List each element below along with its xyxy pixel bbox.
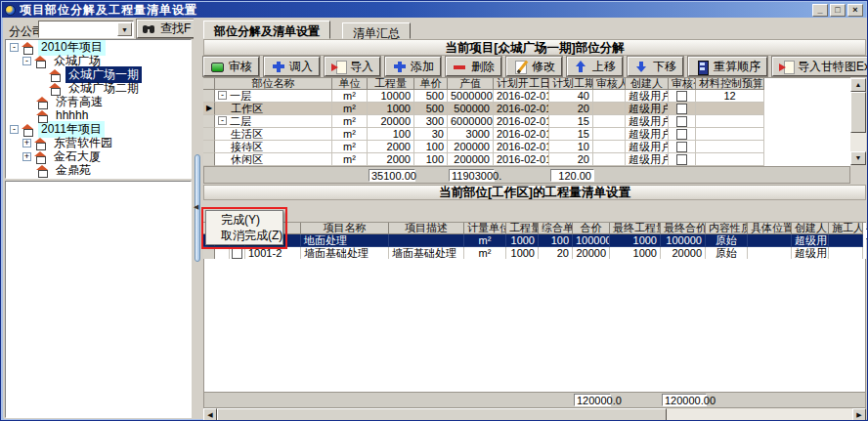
tab-list-summary[interactable]: 清单汇总 xyxy=(342,22,411,39)
collapse-icon[interactable]: - xyxy=(218,91,227,100)
vscroll-thumb[interactable] xyxy=(850,92,866,133)
cell: 1000 xyxy=(368,103,414,115)
panel-splitter[interactable]: ◀ xyxy=(194,18,202,419)
qty-total: 35100.00 xyxy=(369,169,415,182)
table-row[interactable]: -一层m²1000050050000002016-02-0140超级用户12 xyxy=(203,90,850,103)
part-name: 一层 xyxy=(230,90,251,102)
boq-grid-hscrollbar[interactable]: ◀ ▶ xyxy=(203,408,866,421)
collapse-icon[interactable]: - xyxy=(218,116,227,125)
collapse-icon[interactable]: - xyxy=(22,57,31,65)
collapse-icon[interactable]: - xyxy=(10,125,19,134)
cell: 1001-2 xyxy=(245,247,301,259)
column-header: 部位名称 xyxy=(215,78,332,90)
parts-toolbar-button[interactable]: 导入 xyxy=(325,57,380,76)
scroll-down-icon[interactable]: ▼ xyxy=(850,151,866,165)
parts-toolbar-button[interactable]: 下移 xyxy=(628,57,683,76)
audit-checkbox[interactable] xyxy=(676,91,687,102)
maximize-button[interactable]: □ xyxy=(830,4,846,17)
parts-toolbar-button[interactable]: 重算顺序 xyxy=(688,57,767,76)
parts-toolbar-button-label: 添加 xyxy=(411,59,434,75)
parts-toolbar-button[interactable]: 上移 xyxy=(567,57,623,76)
table-row[interactable]: 地面处理m²10001001000001000100000原始超级用户 xyxy=(203,234,866,247)
close-button[interactable]: × xyxy=(847,4,863,17)
cell: 2016-02-01 xyxy=(494,103,549,115)
cell: 原始 xyxy=(706,234,748,247)
plus-icon xyxy=(392,61,407,73)
company-combobox[interactable]: ▼ xyxy=(38,21,134,38)
cell: 100000 xyxy=(661,234,706,247)
parts-toolbar-button[interactable]: 导入甘特图Excel xyxy=(772,57,868,76)
audit-checkbox[interactable] xyxy=(676,104,687,114)
cell xyxy=(696,115,764,128)
cell: 15 xyxy=(549,115,593,128)
table-row[interactable]: 接待区m²20001002000002016-02-0110超级用户 xyxy=(203,141,850,153)
cell: 100 xyxy=(368,128,414,141)
table-row[interactable]: 生活区m²1003030002016-02-0115超级用户 xyxy=(203,128,850,141)
parts-grid-vscrollbar[interactable]: ▲ ▼ xyxy=(850,78,866,165)
parts-toolbar-button-label: 上移 xyxy=(592,59,616,75)
parts-toolbar-button[interactable]: 添加 xyxy=(385,57,441,76)
tree-item[interactable]: 金鼎苑 xyxy=(6,163,191,177)
cell[interactable] xyxy=(669,103,696,115)
cell[interactable] xyxy=(669,115,696,128)
audit-checkbox[interactable] xyxy=(676,116,687,127)
parts-toolbar: 审核调入导入添加删除修改上移下移重算顺序导入甘特图Excel xyxy=(203,57,866,76)
import-icon xyxy=(779,61,794,73)
scroll-left-icon[interactable]: ◀ xyxy=(203,408,217,421)
cell[interactable] xyxy=(669,153,696,166)
table-row[interactable]: 休闲区m²20001002000002016-02-0120超级用户 xyxy=(203,153,850,166)
cell[interactable] xyxy=(669,141,696,153)
row-indicator xyxy=(203,115,215,128)
table-row[interactable]: ▶工作区m²10005005000002016-02-0120超级用户 xyxy=(203,103,850,115)
find-button[interactable]: 查找F xyxy=(137,20,196,38)
column-header: 工程量 xyxy=(368,78,414,90)
cell xyxy=(230,247,245,259)
audit-icon xyxy=(210,61,225,73)
app-window: 项目部位分解及工程量清单设置 _ □ × 分公司 ▼ 查找F -2010年项目-… xyxy=(0,0,868,421)
collapse-left-icon[interactable]: ◀ xyxy=(194,203,198,211)
scroll-up-icon[interactable]: ▲ xyxy=(850,78,866,92)
table-row[interactable]: -二层m²2000030060000002016-02-0115超级用户 xyxy=(203,115,850,128)
part-name-cell: -二层 xyxy=(215,115,332,128)
done-checkbox[interactable] xyxy=(232,248,242,259)
parts-toolbar-button[interactable]: 审核 xyxy=(203,57,259,76)
house-icon xyxy=(36,110,49,121)
cell: m² xyxy=(332,141,368,153)
down-icon xyxy=(634,61,649,73)
cell: 100 xyxy=(414,141,448,153)
cell xyxy=(696,103,764,115)
scroll-right-icon[interactable]: ▶ xyxy=(852,408,866,421)
parts-grid-summary: 35100.0011903000.120.00 xyxy=(203,166,850,184)
parts-toolbar-button-label: 导入甘特图Excel xyxy=(798,59,868,75)
parts-toolbar-button[interactable]: 调入 xyxy=(264,57,320,76)
cell: 10 xyxy=(549,141,593,153)
minimize-button[interactable]: _ xyxy=(812,4,828,17)
audit-checkbox[interactable] xyxy=(676,129,687,140)
parts-grid-header: 部位名称单位工程量单价产值计划开工日期计划工期审核人创建人审核否材料控制预算 xyxy=(203,78,850,90)
parts-toolbar-button[interactable]: 修改 xyxy=(506,57,562,76)
chevron-down-icon[interactable]: ▼ xyxy=(117,22,132,36)
part-name-cell: 休闲区 xyxy=(215,153,332,166)
cell[interactable] xyxy=(669,128,696,141)
row-indicator-header xyxy=(203,78,215,90)
menu-item[interactable]: 完成(Y) xyxy=(207,212,282,228)
table-row[interactable]: 1001-2墙面基础处理墙面基础处理m²10002020000100020000… xyxy=(203,247,866,259)
cell: 超级用户 xyxy=(626,103,669,115)
audit-checkbox[interactable] xyxy=(676,154,687,165)
expand-icon[interactable]: + xyxy=(22,152,31,161)
tree-item[interactable]: +金石大厦 xyxy=(6,149,191,163)
cell: 100000 xyxy=(573,234,610,247)
hscroll-thumb[interactable] xyxy=(217,408,667,421)
cell: 1000 xyxy=(506,234,539,247)
tab-parts-setup[interactable]: 部位分解及清单设置 xyxy=(203,21,330,39)
cell: 超级用户 xyxy=(792,234,829,247)
tree-item[interactable]: 济青高速 xyxy=(6,95,191,108)
cell[interactable] xyxy=(669,90,696,103)
menu-item[interactable]: 取消完成(Z) xyxy=(207,228,282,243)
expand-icon[interactable]: + xyxy=(22,139,31,147)
parts-toolbar-button[interactable]: 删除 xyxy=(446,57,501,76)
column-header: 审核否 xyxy=(669,78,696,90)
collapse-icon[interactable]: - xyxy=(10,43,19,52)
audit-checkbox[interactable] xyxy=(676,142,687,152)
final-total-sum: 120000.00 xyxy=(662,394,707,406)
